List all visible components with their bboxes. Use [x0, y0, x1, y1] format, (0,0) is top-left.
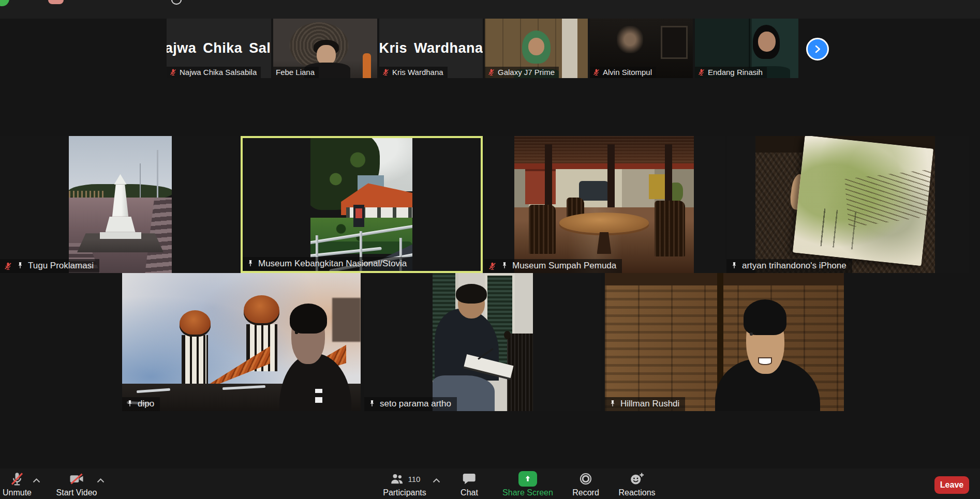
participant-tile-museum-sumpah-pemuda[interactable]: Museum Sumpah Pemuda: [484, 136, 725, 273]
audio-options-caret[interactable]: [33, 476, 40, 485]
participant-video: [69, 136, 172, 273]
record-label: Record: [572, 488, 599, 497]
participant-video: [605, 273, 844, 411]
participant-video: [310, 138, 412, 271]
mic-muted-icon: [697, 68, 705, 76]
participant-tile-alvin[interactable]: Alvin Sitompul: [590, 19, 693, 78]
participant-nameplate: Galaxy J7 Prime: [485, 67, 559, 78]
muted-status-icon: [48, 0, 64, 4]
participant-nameplate: Tugu Proklamasi: [0, 259, 99, 273]
record-icon: [578, 472, 593, 486]
video-options-caret[interactable]: [97, 476, 105, 485]
participant-tile-kris[interactable]: Kris Wardhana Kris Wardhana: [379, 19, 483, 78]
share-screen-icon: [518, 471, 537, 487]
mic-muted-icon: [382, 68, 390, 76]
participant-name: Museum Kebangkitan Nasional/Stovia: [258, 259, 407, 269]
participant-tile-hillman[interactable]: Hillman Rushdi: [605, 273, 844, 411]
zoom-meeting-window: { "filmstrip": { "participants": [ {"lab…: [0, 0, 980, 499]
pin-icon: [368, 400, 376, 408]
participant-video: [514, 136, 694, 273]
participant-video: [122, 273, 361, 411]
glasses-shape: [295, 331, 321, 346]
participant-name: Tugu Proklamasi: [28, 261, 94, 271]
pin-icon: [126, 400, 134, 408]
chevron-up-icon: [97, 478, 105, 483]
chat-button[interactable]: Chat: [436, 471, 503, 497]
participant-nameplate: Febe Liana: [273, 67, 319, 78]
participant-tile-artyan-iphone[interactable]: artyan trihandono's iPhone: [726, 136, 969, 273]
meeting-toolbar: Unmute Start Video 110: [0, 468, 980, 499]
participant-name: Endang Rinasih: [708, 68, 763, 77]
reactions-label: Reactions: [618, 488, 655, 497]
participant-nameplate: Hillman Rushdi: [605, 397, 685, 411]
chevron-up-icon: [33, 478, 40, 483]
participant-nameplate: Endang Rinasih: [695, 67, 767, 78]
pin-icon: [500, 262, 509, 270]
participant-name: Febe Liana: [276, 68, 315, 77]
participant-tile-tugu-proklamasi[interactable]: Tugu Proklamasi: [0, 136, 240, 273]
participants-label: Participants: [383, 488, 426, 497]
participant-tile-febe[interactable]: Febe Liana: [273, 19, 377, 78]
signboard-shape: [353, 205, 365, 228]
participant-name: Najwa Chika Salsabila: [180, 68, 257, 77]
reactions-button[interactable]: Reactions: [603, 471, 671, 497]
participant-nameplate: seto parama artho: [364, 397, 457, 411]
participant-name: artyan trihandono's iPhone: [742, 261, 847, 271]
video-off-icon: [68, 471, 85, 487]
participant-name: dipo: [138, 399, 154, 409]
participant-name: Galaxy J7 Prime: [498, 68, 555, 77]
reactions-icon: [629, 472, 645, 486]
participant-nameplate: Najwa Chika Salsabila: [167, 67, 261, 78]
participant-name: Kris Wardhana: [392, 68, 443, 77]
start-video-label: Start Video: [56, 488, 97, 497]
participant-name: Alvin Sitompul: [603, 68, 652, 77]
participants-count: 110: [408, 475, 421, 483]
encryption-shield-icon: [0, 0, 9, 6]
mic-muted-icon: [4, 262, 12, 270]
pin-icon: [16, 262, 24, 270]
mic-muted-icon: [9, 471, 25, 487]
participant-tile-dipo[interactable]: dipo: [122, 273, 361, 411]
mic-muted-icon: [488, 262, 497, 270]
next-page-button[interactable]: [806, 38, 829, 61]
mic-muted-icon: [592, 68, 600, 76]
pin-icon: [246, 260, 255, 268]
window-top-strip: [0, 0, 980, 19]
participant-name: Hillman Rushdi: [620, 399, 679, 409]
mic-muted-icon: [169, 68, 177, 76]
participant-name: seto parama artho: [380, 399, 451, 409]
leave-button[interactable]: Leave: [934, 476, 969, 494]
share-screen-label: Share Screen: [502, 488, 553, 497]
share-screen-button[interactable]: Share Screen: [494, 471, 561, 497]
participant-nameplate: Alvin Sitompul: [590, 67, 656, 78]
participant-tile-galaxy[interactable]: Galaxy J7 Prime: [485, 19, 588, 78]
mic-muted-icon: [487, 68, 495, 76]
participants-button[interactable]: 110 Participants: [371, 471, 438, 497]
monument-shape: [100, 174, 141, 239]
pin-icon: [608, 400, 617, 408]
sketchbook-shape: [793, 136, 933, 266]
participant-tile-seto[interactable]: seto parama artho: [364, 273, 601, 411]
participant-nameplate: Museum Sumpah Pemuda: [484, 259, 622, 273]
participant-name: Museum Sumpah Pemuda: [512, 261, 616, 271]
participant-nameplate: Museum Kebangkitan Nasional/Stovia: [243, 257, 412, 271]
participants-icon: [389, 472, 405, 486]
chat-label: Chat: [461, 488, 478, 497]
participant-video: [433, 273, 533, 411]
participant-tile-museum-kebangkitan[interactable]: Museum Kebangkitan Nasional/Stovia: [241, 136, 483, 273]
participant-nameplate: dipo: [122, 397, 160, 411]
unmute-label: Unmute: [3, 488, 32, 497]
participant-tile-najwa[interactable]: Najwa Chika Sal... Najwa Chika Salsabila: [167, 19, 271, 78]
participant-video: [755, 136, 935, 273]
glasses-shape: [750, 332, 781, 351]
top-strip-fragment: [171, 0, 182, 5]
chevron-right-icon: [813, 44, 822, 54]
chat-icon: [462, 472, 477, 486]
participant-nameplate: Kris Wardhana: [379, 67, 448, 78]
pin-icon: [730, 262, 738, 270]
participant-tile-endang[interactable]: Endang Rinasih: [695, 19, 798, 78]
participant-nameplate: artyan trihandono's iPhone: [726, 259, 852, 273]
